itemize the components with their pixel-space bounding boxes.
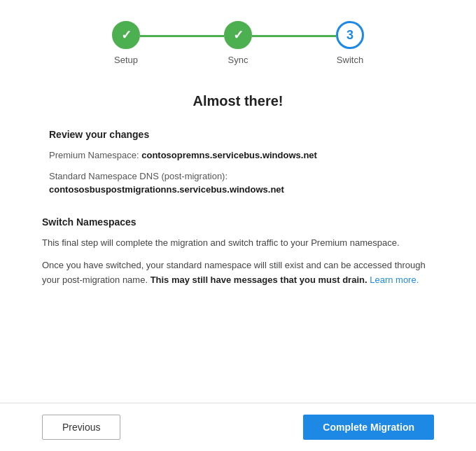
main-content: ✓ Setup ✓ Sync 3 Switch Almost there! Re…: [0, 0, 476, 403]
step-sync: ✓ Sync: [224, 21, 252, 65]
step-setup-circle: ✓: [112, 21, 140, 49]
standard-namespace-row: Standard Namespace DNS (post-migration):…: [49, 169, 434, 197]
step-line-2: [252, 35, 336, 37]
premium-label: Premium Namespace:: [49, 150, 141, 160]
premium-namespace-row: Premium Namespace: contosopremns.service…: [49, 148, 434, 162]
stepper: ✓ Setup ✓ Sync 3 Switch: [42, 21, 434, 65]
step-sync-label: Sync: [228, 55, 248, 65]
switch-heading: Switch Namespaces: [42, 216, 434, 228]
review-heading: Review your changes: [49, 129, 434, 140]
switch-desc2-bold: This may still have messages that you mu…: [148, 275, 368, 285]
switch-desc2: Once you have switched, your standard na…: [42, 258, 434, 288]
footer: Previous Complete Migration: [0, 403, 476, 451]
step-setup-label: Setup: [114, 55, 138, 65]
premium-value: contosopremns.servicebus.windows.net: [141, 150, 317, 160]
step-line-1: [140, 35, 224, 37]
standard-value: contososbuspostmigrationns.servicebus.wi…: [49, 184, 284, 195]
previous-button[interactable]: Previous: [42, 415, 120, 440]
learn-more-link[interactable]: Learn more.: [370, 275, 419, 285]
step-setup: ✓ Setup: [112, 21, 140, 65]
standard-label: Standard Namespace DNS (post-migration):: [49, 171, 227, 181]
step-switch-label: Switch: [337, 55, 363, 65]
step-switch: 3 Switch: [336, 21, 364, 65]
step-setup-checkmark: ✓: [121, 27, 132, 43]
review-section: Review your changes Premium Namespace: c…: [42, 129, 434, 197]
step-sync-circle: ✓: [224, 21, 252, 49]
switch-desc1: This final step will complete the migrat…: [42, 236, 434, 251]
step-sync-checkmark: ✓: [233, 27, 244, 43]
complete-migration-button[interactable]: Complete Migration: [303, 415, 434, 440]
step-switch-number: 3: [346, 28, 354, 43]
page-title: Almost there!: [42, 93, 434, 109]
switch-section: Switch Namespaces This final step will c…: [42, 216, 434, 288]
step-switch-circle: 3: [336, 21, 364, 49]
